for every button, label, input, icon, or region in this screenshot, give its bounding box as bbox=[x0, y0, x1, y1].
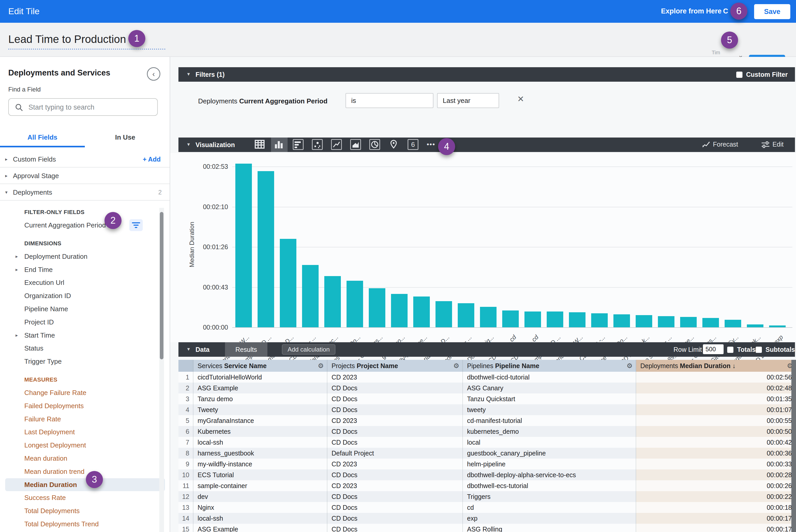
chart-bar[interactable] bbox=[280, 239, 296, 327]
field-item-success-rate[interactable]: Success Rate bbox=[0, 491, 170, 504]
table-cell[interactable]: ASG Canary bbox=[463, 383, 636, 394]
remove-filter-icon[interactable]: ✕ bbox=[517, 94, 524, 104]
table-cell[interactable]: kubernetes_demo bbox=[463, 426, 636, 437]
chart-bar[interactable] bbox=[413, 297, 430, 327]
field-item-longest-deployment[interactable]: Longest Deployment bbox=[0, 439, 170, 452]
table-cell[interactable]: 00:00:42 bbox=[636, 437, 796, 448]
table-cell[interactable]: 00:00:28 bbox=[636, 470, 796, 480]
field-item-mean-duration-trend[interactable]: Mean duration trend bbox=[0, 465, 170, 478]
table-cell[interactable]: local bbox=[463, 437, 636, 448]
subtotals-toggle[interactable]: Subtotals bbox=[756, 346, 795, 354]
chart-bar[interactable] bbox=[613, 314, 630, 327]
add-custom-field-link[interactable]: + Add bbox=[143, 151, 161, 168]
chart-bar[interactable] bbox=[702, 318, 719, 327]
table-cell[interactable]: CD Docs bbox=[328, 426, 463, 437]
table-cell[interactable]: 00:00:26 bbox=[636, 480, 796, 491]
table-cell[interactable]: CD Docs bbox=[328, 502, 463, 513]
chevron-right-icon[interactable]: ▸ bbox=[16, 329, 18, 342]
table-cell[interactable]: Kubernetes bbox=[193, 426, 328, 437]
chart-bar[interactable] bbox=[391, 294, 408, 327]
totals-toggle[interactable]: Totals bbox=[727, 346, 756, 354]
chart-bar[interactable] bbox=[591, 313, 608, 327]
table-cell[interactable]: exp bbox=[463, 513, 636, 524]
edit-viz-button[interactable]: Edit bbox=[762, 140, 783, 148]
field-item-failed-deployments[interactable]: Failed Deployments bbox=[0, 399, 170, 413]
table-cell[interactable]: Nginx bbox=[193, 502, 328, 513]
chart-bar[interactable] bbox=[547, 311, 563, 327]
tile-title[interactable]: Lead Time to Production bbox=[8, 33, 126, 45]
viz-type-bar[interactable] bbox=[290, 137, 307, 152]
table-cell[interactable]: CD Docs bbox=[328, 394, 463, 404]
table-cell[interactable]: ECS Tutorial bbox=[193, 470, 328, 480]
chart-bar[interactable] bbox=[502, 310, 519, 327]
chart-bar[interactable] bbox=[769, 325, 786, 327]
table-cell[interactable]: local-ssh bbox=[193, 437, 328, 448]
chevron-down-icon[interactable]: ▾ bbox=[5, 184, 7, 201]
table-cell[interactable]: cicdTutorialHelloWorld bbox=[193, 372, 328, 383]
visualization-section-header[interactable]: ▾ Visualization 6••• Forecast Edit bbox=[179, 137, 795, 152]
chart-bar[interactable] bbox=[725, 320, 741, 327]
gear-icon[interactable]: ⚙ bbox=[318, 360, 324, 372]
table-cell[interactable]: my-wildfly-instance bbox=[193, 459, 328, 470]
filters-section-header[interactable]: ▾ Filters (1) Custom Filter bbox=[179, 67, 795, 82]
field-item-median-duration[interactable]: Median Duration bbox=[5, 478, 165, 491]
table-cell[interactable]: CD Docs bbox=[328, 383, 463, 394]
chevron-right-icon[interactable]: ▸ bbox=[16, 263, 18, 276]
field-item-end-time[interactable]: ▸End Time bbox=[0, 263, 170, 276]
field-item-total-deployments-trend[interactable]: Total Deployments Trend bbox=[0, 517, 170, 531]
chart-bar[interactable] bbox=[747, 324, 763, 327]
chevron-right-icon[interactable]: ▸ bbox=[5, 168, 7, 184]
table-cell[interactable]: cd bbox=[463, 502, 636, 513]
table-cell[interactable]: Triggers bbox=[463, 491, 636, 502]
field-item-change-failure-rate[interactable]: Change Failure Rate bbox=[0, 386, 170, 399]
table-cell[interactable]: CD Docs bbox=[328, 491, 463, 502]
tab-all-fields[interactable]: All Fields bbox=[0, 133, 85, 141]
sidebar-scrollbar-thumb[interactable] bbox=[160, 212, 163, 359]
table-cell[interactable]: dbothwell-deploy-alpha-service-to-ecs bbox=[463, 470, 636, 480]
filter-by-field-button[interactable] bbox=[129, 219, 143, 231]
field-item-project-id[interactable]: Project ID bbox=[0, 316, 170, 329]
table-cell[interactable]: Default Project bbox=[328, 448, 463, 459]
collapse-caret-icon[interactable]: ▾ bbox=[187, 141, 190, 147]
sidebar-item-deployments[interactable]: ▾Deployments2 bbox=[0, 184, 170, 201]
chevron-right-icon[interactable]: ▸ bbox=[5, 151, 7, 168]
table-cell[interactable]: 00:00:17 bbox=[636, 524, 796, 532]
chart-bar[interactable] bbox=[680, 317, 697, 327]
collapse-caret-icon[interactable]: ▾ bbox=[187, 71, 190, 77]
viz-type-single-value[interactable]: 6 bbox=[405, 137, 422, 152]
table-cell[interactable]: 00:00:17 bbox=[636, 513, 796, 524]
table-cell[interactable]: 00:00:55 bbox=[636, 415, 796, 426]
table-cell[interactable]: 00:00:18 bbox=[636, 502, 796, 513]
table-cell[interactable]: helm-pipeline bbox=[463, 459, 636, 470]
table-cell[interactable]: Tanzu Quickstart bbox=[463, 394, 636, 404]
table-cell[interactable]: local-ssh bbox=[193, 513, 328, 524]
table-cell[interactable]: cd-manifest-tutorial bbox=[463, 415, 636, 426]
explore-from-here-button[interactable]: Explore from Here bbox=[661, 7, 722, 15]
tab-results[interactable]: Results bbox=[225, 342, 267, 357]
table-cell[interactable]: Tanzu demo bbox=[193, 394, 328, 404]
viz-type-column-active[interactable] bbox=[271, 137, 288, 152]
column-header-service-name[interactable]: Services Service Name⚙ bbox=[193, 360, 328, 372]
chart-bar[interactable] bbox=[302, 265, 319, 327]
table-cell[interactable]: CD 2023 bbox=[328, 480, 463, 491]
field-item-pipeline-name[interactable]: Pipeline Name bbox=[0, 302, 170, 316]
table-cell[interactable]: 00:00:22 bbox=[636, 491, 796, 502]
table-cell[interactable]: 00:01:07 bbox=[636, 404, 796, 415]
filter-operator-select[interactable]: is bbox=[346, 93, 433, 108]
viz-type-line[interactable] bbox=[329, 137, 345, 152]
field-item-organization-id[interactable]: Organization ID bbox=[0, 289, 170, 302]
table-cell[interactable]: 00:02:56 bbox=[636, 372, 796, 383]
table-cell[interactable]: myGrafanaInstance bbox=[193, 415, 328, 426]
column-header-project-name[interactable]: Projects Project Name⚙ bbox=[328, 360, 463, 372]
chevron-right-icon[interactable]: ▸ bbox=[16, 250, 18, 263]
chart-bar[interactable] bbox=[235, 164, 252, 327]
table-cell[interactable]: 00:01:35 bbox=[636, 394, 796, 404]
field-item-failure-rate[interactable]: Failure Rate bbox=[0, 413, 170, 426]
filter-value-input[interactable]: Last year bbox=[437, 93, 499, 108]
table-cell[interactable]: Tweety bbox=[193, 404, 328, 415]
field-item-deployment-duration[interactable]: ▸Deployment Duration bbox=[0, 250, 170, 263]
add-calculation-button[interactable]: Add calculation bbox=[282, 344, 335, 355]
field-item-status[interactable]: Status bbox=[0, 342, 170, 355]
table-cell[interactable]: sample-container bbox=[193, 480, 328, 491]
field-item-last-deployment[interactable]: Last Deployment bbox=[0, 425, 170, 439]
